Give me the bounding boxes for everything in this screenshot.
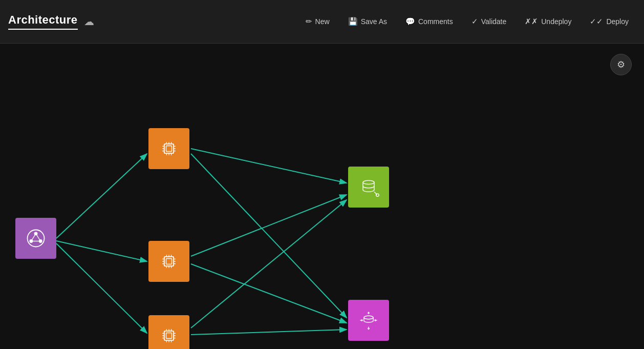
canvas: ⚙ <box>0 44 644 349</box>
validate-button[interactable]: ✓ Validate <box>464 14 514 29</box>
svg-line-4 <box>56 243 147 333</box>
svg-point-60 <box>363 180 374 184</box>
title-area: Architecture <box>8 13 78 30</box>
processor-node-1[interactable] <box>148 128 189 169</box>
check-icon: ✓ <box>471 17 478 26</box>
svg-line-7 <box>191 195 347 256</box>
undeploy-button[interactable]: ✗✗ Undeploy <box>518 14 578 29</box>
gear-icon: ⚙ <box>617 59 625 70</box>
svg-rect-33 <box>166 259 172 264</box>
database-distributed-icon <box>357 309 380 332</box>
deploy-button[interactable]: ✓✓ Deploy <box>583 14 636 29</box>
pencil-icon: ✏ <box>306 17 312 26</box>
deploy-label: Deploy <box>606 17 629 26</box>
processor-node-3[interactable] <box>148 315 189 349</box>
settings-button[interactable]: ⚙ <box>610 54 632 75</box>
comments-button[interactable]: 💬 Comments <box>398 14 460 29</box>
database-node-1[interactable] <box>348 167 389 208</box>
saveas-button[interactable]: 💾 Save As <box>341 14 394 29</box>
share-icon <box>25 227 47 250</box>
chip-icon-1 <box>158 137 180 160</box>
database-icon-1 <box>357 176 380 198</box>
svg-line-3 <box>56 241 147 261</box>
svg-line-9 <box>191 200 347 328</box>
save-icon: 💾 <box>348 17 358 26</box>
chip-icon-2 <box>158 250 180 273</box>
svg-line-15 <box>31 234 36 241</box>
page-title: Architecture <box>8 13 78 27</box>
database-node-2[interactable] <box>348 300 389 341</box>
svg-rect-18 <box>164 144 174 153</box>
svg-line-16 <box>36 234 40 241</box>
new-button[interactable]: ✏ New <box>298 14 337 29</box>
svg-line-2 <box>56 154 147 238</box>
svg-line-8 <box>191 264 347 323</box>
cloud-icon[interactable]: ☁ <box>84 15 94 28</box>
svg-line-5 <box>191 149 347 183</box>
svg-rect-32 <box>164 257 174 266</box>
saveas-label: Save As <box>361 17 387 26</box>
title-underline <box>8 29 78 30</box>
svg-line-6 <box>191 154 347 318</box>
comments-label: Comments <box>418 17 453 26</box>
chip-icon-3 <box>158 324 180 347</box>
deploy-icon: ✓✓ <box>590 17 603 26</box>
svg-point-62 <box>376 194 379 197</box>
undeploy-icon: ✗✗ <box>525 17 538 26</box>
toolbar: ✏ New 💾 Save As 💬 Comments ✓ Validate ✗✗… <box>298 14 636 29</box>
undeploy-label: Undeploy <box>541 17 571 26</box>
topbar: Architecture ☁ ✏ New 💾 Save As 💬 Comment… <box>0 0 644 44</box>
svg-rect-46 <box>164 331 174 340</box>
new-label: New <box>315 17 330 26</box>
svg-rect-47 <box>166 333 172 339</box>
svg-point-63 <box>364 316 373 319</box>
validate-label: Validate <box>481 17 507 26</box>
source-node[interactable] <box>15 218 56 259</box>
svg-line-10 <box>191 330 347 335</box>
comment-icon: 💬 <box>405 17 415 26</box>
connections-svg <box>0 44 644 349</box>
svg-rect-19 <box>166 146 172 152</box>
processor-node-2[interactable] <box>148 241 189 282</box>
